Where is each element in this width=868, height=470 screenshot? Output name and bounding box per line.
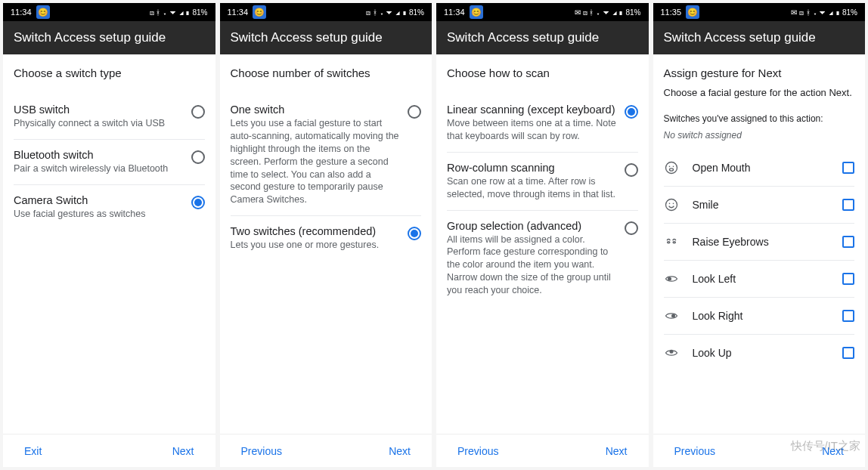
radio-icon[interactable] — [191, 105, 205, 119]
page-heading: Choose number of switches — [220, 54, 432, 87]
face-app-icon: 😊 — [470, 5, 483, 19]
exit-button[interactable]: Exit — [24, 445, 42, 457]
page-heading: Assign gesture for Next — [653, 54, 866, 87]
option-usb-switch[interactable]: USB switch Physically connect a switch v… — [14, 94, 205, 140]
status-icons: ✉ ▧ ᚼ ▾ ⏷ ◢ ▮81% — [791, 8, 857, 17]
gesture-look-left[interactable]: Look Left — [664, 261, 855, 298]
option-desc: All items will be assigned a color. Perf… — [447, 233, 617, 297]
gesture-look-up[interactable]: Look Up — [664, 335, 855, 371]
status-bar: 11:34 😊 ✉ ▧ ᚼ ▾ ⏷ ◢ ▮81% — [436, 3, 649, 21]
checkbox-icon[interactable] — [842, 347, 854, 359]
screen-3: 11:34 😊 ✉ ▧ ᚼ ▾ ⏷ ◢ ▮81% Switch Access s… — [436, 3, 649, 467]
switch-type-options: USB switch Physically connect a switch v… — [3, 87, 215, 230]
gesture-label: Raise Eyebrows — [693, 236, 843, 248]
radio-icon[interactable] — [408, 227, 421, 240]
gesture-label: Open Mouth — [693, 162, 843, 174]
option-title: One switch — [231, 104, 401, 116]
previous-button[interactable]: Previous — [241, 445, 282, 457]
svg-point-9 — [668, 277, 671, 281]
status-icons: ▧ ᚼ ▾ ⏷ ◢ ▮81% — [366, 8, 424, 17]
page-heading: Choose how to scan — [436, 54, 649, 87]
svg-point-0 — [665, 162, 677, 174]
face-app-icon: 😊 — [686, 5, 699, 19]
next-button[interactable]: Next — [172, 445, 194, 457]
svg-point-10 — [671, 314, 675, 318]
screen-1: 11:34 😊 ▧ ᚼ ▾ ⏷ ◢ ▮81% Switch Access set… — [3, 3, 215, 467]
status-time: 11:34 — [228, 8, 249, 17]
option-linear-scanning[interactable]: Linear scanning (except keyboard) Move b… — [447, 94, 638, 153]
radio-icon[interactable] — [625, 163, 638, 177]
status-bar: 11:35 😊 ✉ ▧ ᚼ ▾ ⏷ ◢ ▮81% — [653, 3, 866, 21]
app-bar-title: Switch Access setup guide — [220, 21, 432, 54]
option-title: Linear scanning (except keyboard) — [447, 104, 617, 116]
next-button[interactable]: Next — [606, 445, 628, 457]
option-two-switches[interactable]: Two switches (recommended) Lets you use … — [231, 216, 422, 261]
option-camera-switch[interactable]: Camera Switch Use facial gestures as swi… — [14, 185, 205, 230]
open-mouth-icon — [664, 160, 679, 175]
radio-icon[interactable] — [408, 105, 421, 119]
gesture-open-mouth[interactable]: Open Mouth — [664, 150, 855, 187]
screen-2: 11:34 😊 ▧ ᚼ ▾ ⏷ ◢ ▮81% Switch Access set… — [220, 3, 432, 467]
radio-icon[interactable] — [191, 196, 205, 209]
checkbox-icon[interactable] — [842, 199, 854, 211]
num-switches-options: One switch Lets you use a facial gesture… — [220, 87, 432, 261]
checkbox-icon[interactable] — [842, 310, 854, 322]
checkbox-icon[interactable] — [842, 162, 854, 174]
option-group-selection[interactable]: Group selection (advanced) All items wil… — [447, 211, 638, 306]
previous-button[interactable]: Previous — [674, 445, 715, 457]
gesture-list: Open Mouth Smile Raise Eyebrows — [653, 150, 866, 371]
footer-bar: Exit Next — [3, 434, 215, 467]
option-bluetooth-switch[interactable]: Bluetooth switch Pair a switch wirelessl… — [14, 140, 205, 185]
gesture-look-right[interactable]: Look Right — [664, 298, 855, 335]
option-desc: Lets you use a facial gesture to start a… — [231, 117, 401, 206]
look-left-icon — [664, 271, 679, 286]
status-time: 11:35 — [661, 8, 682, 17]
gesture-smile[interactable]: Smile — [664, 187, 855, 224]
next-button[interactable]: Next — [389, 445, 411, 457]
page-heading: Choose a switch type — [3, 54, 215, 87]
gesture-label: Look Right — [693, 310, 843, 322]
option-desc: Physically connect a switch via USB — [14, 117, 184, 130]
svg-point-8 — [673, 242, 675, 243]
option-desc: Use facial gestures as switches — [14, 208, 184, 221]
option-desc: Lets you use one or more gestures. — [231, 239, 401, 252]
look-right-icon — [664, 308, 679, 323]
look-up-icon — [664, 345, 679, 360]
checkbox-icon[interactable] — [842, 236, 854, 248]
option-title: Group selection (advanced) — [447, 220, 617, 232]
option-row-column[interactable]: Row-column scanning Scan one row at a ti… — [447, 153, 638, 211]
status-icons: ▧ ᚼ ▾ ⏷ ◢ ▮81% — [150, 8, 208, 17]
previous-button[interactable]: Previous — [457, 445, 498, 457]
assigned-empty: No switch assigned — [653, 127, 866, 150]
svg-point-5 — [668, 203, 670, 205]
checkbox-icon[interactable] — [842, 273, 854, 285]
eyebrows-icon — [664, 234, 679, 249]
status-icons: ✉ ▧ ᚼ ▾ ⏷ ◢ ▮81% — [575, 8, 641, 17]
option-title: Bluetooth switch — [14, 149, 184, 161]
next-button[interactable]: Next — [822, 445, 844, 457]
footer-bar: Previous Next — [436, 434, 649, 467]
option-one-switch[interactable]: One switch Lets you use a facial gesture… — [231, 94, 422, 216]
status-time: 11:34 — [444, 8, 465, 17]
radio-icon[interactable] — [191, 150, 205, 164]
option-desc: Scan one row at a time. After row is sel… — [447, 175, 617, 201]
radio-icon[interactable] — [625, 105, 638, 119]
app-bar-title: Switch Access setup guide — [653, 21, 866, 54]
page-subtext: Choose a facial gesture for the action N… — [653, 87, 866, 104]
app-bar-title: Switch Access setup guide — [436, 21, 649, 54]
face-app-icon: 😊 — [253, 5, 266, 19]
status-bar: 11:34 😊 ▧ ᚼ ▾ ⏷ ◢ ▮81% — [3, 3, 215, 21]
gesture-raise-eyebrows[interactable]: Raise Eyebrows — [664, 224, 855, 261]
face-app-icon: 😊 — [36, 5, 50, 19]
gesture-label: Look Left — [693, 273, 843, 285]
svg-point-2 — [672, 166, 674, 168]
option-title: Row-column scanning — [447, 162, 617, 174]
option-desc: Move between items one at a time. Note t… — [447, 117, 617, 143]
radio-icon[interactable] — [625, 221, 638, 235]
scan-options: Linear scanning (except keyboard) Move b… — [436, 87, 649, 306]
option-title: USB switch — [14, 104, 184, 116]
gesture-label: Smile — [693, 199, 843, 211]
app-bar-title: Switch Access setup guide — [3, 21, 215, 54]
svg-point-11 — [669, 350, 673, 354]
svg-point-7 — [667, 242, 669, 243]
